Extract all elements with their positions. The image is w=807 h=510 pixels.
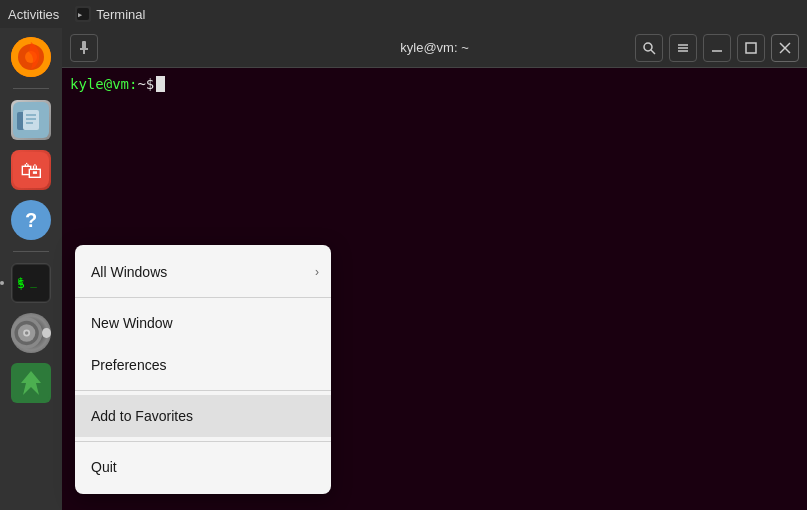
close-button[interactable] — [771, 34, 799, 62]
maximize-button[interactable] — [737, 34, 765, 62]
active-indicator — [0, 281, 4, 285]
firefox-icon — [11, 37, 51, 77]
svg-rect-21 — [82, 41, 86, 49]
terminal-titlebar: kyle@vm: ~ — [62, 28, 807, 68]
menu-item-add-to-favorites-label: Add to Favorites — [91, 408, 193, 424]
svg-point-24 — [644, 43, 652, 51]
svg-point-19 — [25, 331, 28, 334]
menu-item-preferences[interactable]: Preferences — [75, 344, 331, 386]
menu-item-quit[interactable]: Quit — [75, 446, 331, 488]
titlebar-left — [70, 34, 98, 62]
dock-item-disc[interactable] — [8, 310, 54, 356]
chevron-right-icon: › — [315, 265, 319, 279]
menu-item-all-windows-label: All Windows — [91, 264, 167, 280]
svg-line-25 — [651, 50, 655, 54]
search-button[interactable] — [635, 34, 663, 62]
prompt-user: kyle@vm: — [70, 76, 137, 92]
pin-button[interactable] — [70, 34, 98, 62]
menu-separator-3 — [75, 441, 331, 442]
dock: 🛍 ? $ _ — [0, 28, 62, 510]
dock-item-help[interactable]: ? — [8, 197, 54, 243]
terminal-cursor — [156, 76, 165, 92]
menu-item-all-windows[interactable]: All Windows › — [75, 251, 331, 293]
svg-rect-7 — [23, 110, 39, 130]
prompt-line: kyle@vm: ~$ — [70, 76, 799, 92]
help-icon: ? — [11, 200, 51, 240]
menu-separator-2 — [75, 390, 331, 391]
menu-item-new-window[interactable]: New Window — [75, 302, 331, 344]
svg-rect-23 — [83, 50, 85, 54]
dock-item-trash[interactable] — [8, 360, 54, 406]
activities-menu[interactable]: Activities — [8, 7, 59, 22]
terminal-menu-item[interactable]: ▶ Terminal — [75, 6, 145, 22]
dock-item-files[interactable] — [8, 97, 54, 143]
trash-icon — [11, 363, 51, 403]
titlebar-buttons — [635, 34, 799, 62]
activities-label: Activities — [8, 7, 59, 22]
svg-text:$ _: $ _ — [17, 275, 37, 288]
appstore-icon: 🛍 — [11, 150, 51, 190]
dock-item-appstore[interactable]: 🛍 — [8, 147, 54, 193]
window-title: kyle@vm: ~ — [400, 40, 468, 55]
dock-separator-1 — [13, 88, 49, 89]
menu-separator-1 — [75, 297, 331, 298]
disc-icon — [11, 313, 51, 353]
context-menu: All Windows › New Window Preferences Add… — [75, 245, 331, 494]
minimize-button[interactable] — [703, 34, 731, 62]
dock-separator-2 — [13, 251, 49, 252]
terminal-small-icon: ▶ — [75, 6, 91, 22]
menu-item-new-window-label: New Window — [91, 315, 173, 331]
prompt-path: ~$ — [137, 76, 154, 92]
menu-item-add-to-favorites[interactable]: Add to Favorites — [75, 395, 331, 437]
dock-item-terminal[interactable]: $ _ — [8, 260, 54, 306]
terminal-label: Terminal — [96, 7, 145, 22]
menu-item-quit-label: Quit — [91, 459, 117, 475]
menu-button[interactable] — [669, 34, 697, 62]
svg-rect-30 — [746, 43, 756, 53]
svg-rect-22 — [80, 48, 88, 50]
menu-item-preferences-label: Preferences — [91, 357, 166, 373]
files-icon — [11, 100, 51, 140]
dock-item-firefox[interactable] — [8, 34, 54, 80]
top-bar: Activities ▶ Terminal — [0, 0, 807, 28]
terminal-icon: $ _ — [11, 263, 51, 303]
svg-text:🛍: 🛍 — [20, 158, 42, 183]
